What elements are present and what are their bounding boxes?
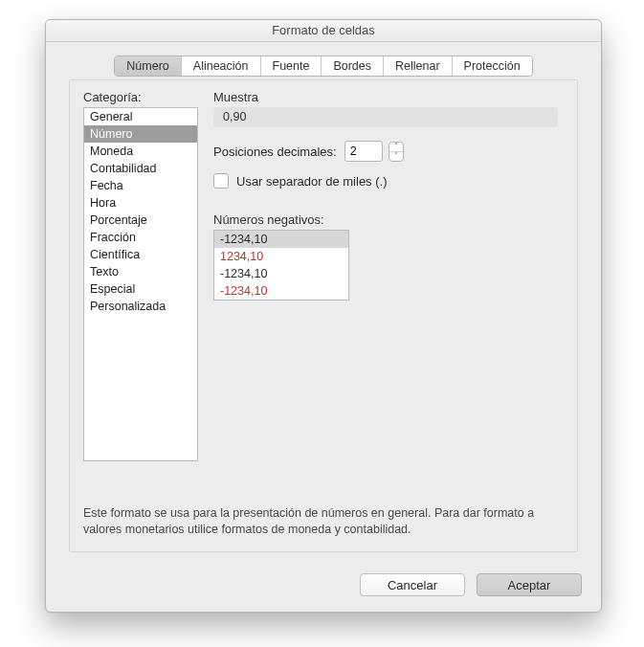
negatives-label: Números negativos: [213,212,564,227]
content-panel: Categoría: GeneralNúmeroMonedaContabilid… [69,79,578,552]
tab-protección[interactable]: Protección [453,56,532,76]
category-item[interactable]: Personalizada [84,298,197,315]
negative-format-item[interactable]: -1234,10 [214,231,348,248]
format-description: Este formato se usa para la presentación… [83,505,564,538]
tab-rellenar[interactable]: Rellenar [384,56,453,76]
decimals-stepper[interactable]: ˄ ˅ [389,142,404,162]
stepper-down-icon[interactable]: ˅ [389,152,403,161]
options-column: Muestra 0,90 Posiciones decimales: ˄ ˅ U… [213,90,564,301]
tab-fuente[interactable]: Fuente [261,56,322,76]
thousands-checkbox[interactable]: Usar separador de miles (.) [213,173,388,189]
sample-value: 0,90 [213,107,558,127]
negatives-listbox[interactable]: -1234,101234,10-1234,10-1234,10 [213,230,349,301]
tab-número[interactable]: Número [115,56,181,76]
window-title: Formato de celdas [46,20,601,42]
sample-label: Muestra [213,90,564,104]
category-item[interactable]: Especial [84,280,197,298]
checkbox-box-icon [213,173,229,189]
tabs: NúmeroAlineaciónFuenteBordesRellenarProt… [114,56,532,77]
category-label: Categoría: [83,90,198,104]
tab-bordes[interactable]: Bordes [322,56,384,76]
category-item[interactable]: Porcentaje [84,212,197,229]
negative-format-item[interactable]: -1234,10 [214,282,348,300]
cancel-button[interactable]: Cancelar [360,573,465,596]
negative-format-item[interactable]: -1234,10 [214,265,348,282]
category-item[interactable]: Número [84,125,197,143]
category-item[interactable]: General [84,108,197,125]
tab-alineación[interactable]: Alineación [182,56,261,76]
decimals-input[interactable] [344,141,383,162]
stepper-up-icon[interactable]: ˄ [389,143,403,152]
decimals-row: Posiciones decimales: ˄ ˅ [213,141,564,162]
category-item[interactable]: Fracción [84,229,197,246]
category-item[interactable]: Científica [84,246,197,263]
category-item[interactable]: Hora [84,194,197,212]
dialog-footer: Cancelar Aceptar [360,573,582,596]
ok-button[interactable]: Aceptar [477,573,582,596]
thousands-label: Usar separador de miles (.) [236,174,388,189]
decimals-label: Posiciones decimales: [213,145,337,159]
format-cells-dialog: Formato de celdas NúmeroAlineaciónFuente… [45,19,602,613]
category-column: Categoría: GeneralNúmeroMonedaContabilid… [83,90,198,461]
category-item[interactable]: Texto [84,263,197,280]
negative-format-item[interactable]: 1234,10 [214,248,348,265]
category-item[interactable]: Contabilidad [84,160,197,177]
category-item[interactable]: Fecha [84,177,197,194]
category-listbox[interactable]: GeneralNúmeroMonedaContabilidadFechaHora… [83,107,198,461]
category-item[interactable]: Moneda [84,143,197,160]
tabs-row: NúmeroAlineaciónFuenteBordesRellenarProt… [46,42,601,77]
